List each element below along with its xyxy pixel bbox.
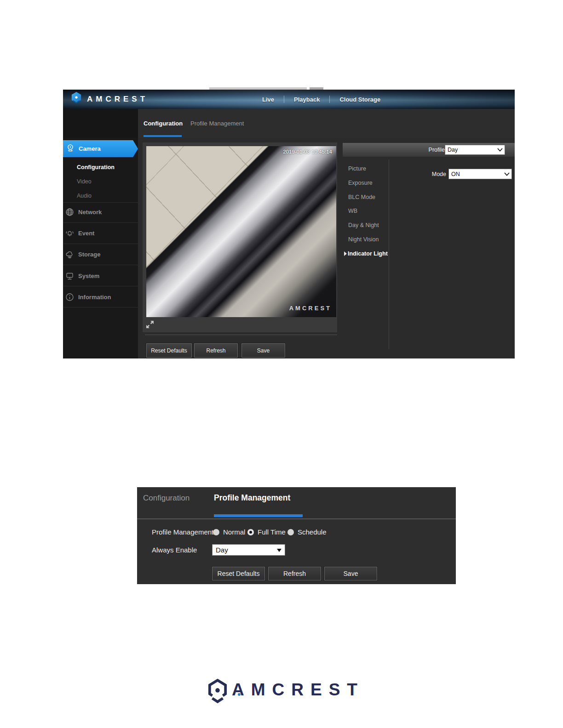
save-button[interactable]: Save <box>324 567 377 580</box>
sidebar-item-label: Event <box>78 230 94 237</box>
amcrest-hexagon-logo-icon <box>70 91 82 107</box>
sidebar: Camera Configuration Video Audio Network <box>63 138 138 358</box>
logo-accent-dot <box>238 693 241 696</box>
settings-menu-indicator-light[interactable]: Indicator Light <box>344 250 388 257</box>
nav-playback[interactable]: Playback <box>284 96 329 103</box>
system-monitor-icon <box>65 272 75 280</box>
nav-live[interactable]: Live <box>253 96 284 103</box>
sidebar-item-network[interactable]: Network <box>63 206 138 217</box>
sidebar-item-label: System <box>78 273 99 279</box>
network-globe-icon <box>65 208 75 216</box>
mode-select[interactable]: ON <box>448 169 512 179</box>
video-watermark: AMCREST <box>289 305 332 312</box>
refresh-button[interactable]: Refresh <box>194 343 238 358</box>
profile-management-screenshot: Configuration Profile Management Profile… <box>137 487 456 584</box>
camera-icon <box>66 144 75 154</box>
document-page: AMCREST Live Playback Cloud Storage Conf… <box>0 0 563 728</box>
active-tab-underline <box>214 514 303 517</box>
footer-brand: AMCREST <box>206 677 372 707</box>
reset-defaults-button[interactable]: Reset Defaults <box>146 343 192 358</box>
sidebar-item-label: Camera <box>79 145 101 152</box>
settings-menu-night-vision[interactable]: Night Vision <box>348 236 379 243</box>
tab-bar: Configuration Profile Management <box>138 109 515 138</box>
radio-schedule-label[interactable]: Schedule <box>298 528 327 536</box>
event-bell-icon <box>65 229 75 238</box>
tab-profile-management[interactable]: Profile Management <box>214 493 290 503</box>
radio-normal[interactable] <box>213 529 219 535</box>
save-button[interactable]: Save <box>241 343 285 358</box>
header-brand: AMCREST <box>70 90 148 109</box>
settings-menu-active-label: Indicator Light <box>348 250 388 257</box>
sidebar-item-system[interactable]: System <box>63 270 138 281</box>
video-content <box>146 146 336 317</box>
settings-menu-picture[interactable]: Picture <box>348 165 366 172</box>
settings-menu-wb[interactable]: WB <box>348 208 357 214</box>
refresh-button[interactable]: Refresh <box>268 567 321 580</box>
radio-full-time-label[interactable]: Full Time <box>258 528 286 536</box>
sidebar-item-event[interactable]: Event <box>63 228 138 239</box>
settings-menu-day-night[interactable]: Day & Night <box>348 222 379 228</box>
radio-normal-label[interactable]: Normal <box>223 528 245 536</box>
tab-configuration[interactable]: Configuration <box>143 494 190 503</box>
information-icon <box>65 293 75 301</box>
sidebar-item-storage[interactable]: Storage <box>63 249 138 260</box>
profile-select-value: Day <box>448 147 458 153</box>
sidebar-item-label: Storage <box>78 251 100 258</box>
reset-defaults-button[interactable]: Reset Defaults <box>212 567 265 580</box>
sidebar-subitem-audio[interactable]: Audio <box>77 193 92 199</box>
expand-arrows-icon[interactable] <box>145 319 155 331</box>
settings-menu-divider <box>389 159 389 349</box>
sidebar-item-label: Information <box>78 294 111 301</box>
settings-menu-exposure[interactable]: Exposure <box>348 180 373 186</box>
profile-select[interactable]: Day <box>445 145 505 155</box>
header-nav: Live Playback Cloud Storage <box>253 90 390 109</box>
video-timestamp: 2019-01-03 10:45:14 <box>283 149 332 154</box>
sidebar-divider <box>63 286 138 286</box>
profile-label: Profile <box>429 147 445 153</box>
sidebar-item-information[interactable]: Information <box>63 291 138 302</box>
brand-wordmark: AMCREST <box>87 95 148 104</box>
nav-cloud-storage[interactable]: Cloud Storage <box>330 96 390 103</box>
section-divider <box>145 335 337 335</box>
active-tab-underline <box>144 135 182 137</box>
tab-divider <box>137 518 456 519</box>
video-preview-panel: 2019-01-03 10:45:14 AMCREST <box>143 142 337 332</box>
active-item-arrow-icon <box>344 251 347 256</box>
profile-header-bar: Profile Day <box>343 143 515 157</box>
radio-schedule[interactable] <box>287 529 294 535</box>
tab-profile-management[interactable]: Profile Management <box>190 120 244 127</box>
radio-full-time[interactable] <box>247 529 254 535</box>
sidebar-item-camera[interactable]: Camera <box>63 140 138 157</box>
sidebar-divider <box>63 307 138 307</box>
sidebar-item-label: Network <box>78 209 102 216</box>
sidebar-subitem-video[interactable]: Video <box>77 178 92 185</box>
settings-menu-blc-mode[interactable]: BLC Mode <box>348 194 375 200</box>
always-enable-select[interactable]: Day <box>212 544 285 556</box>
brand-wordmark: AMCREST <box>232 680 364 700</box>
always-enable-label: Always Enable <box>152 546 197 554</box>
camera-config-screenshot: AMCREST Live Playback Cloud Storage Conf… <box>63 90 515 358</box>
chevron-down-icon <box>504 171 510 177</box>
mode-select-value: ON <box>451 171 460 177</box>
sidebar-divider <box>63 222 138 223</box>
sidebar-divider <box>63 202 138 203</box>
sidebar-divider <box>63 244 138 244</box>
preview-toolbar <box>143 317 337 332</box>
live-video-frame: 2019-01-03 10:45:14 AMCREST <box>146 146 336 317</box>
sidebar-subitem-configuration[interactable]: Configuration <box>77 164 115 171</box>
tab-configuration[interactable]: Configuration <box>144 120 183 127</box>
profile-management-label: Profile Management <box>152 528 213 536</box>
dropdown-arrow-icon <box>277 549 282 552</box>
amcrest-hexagon-logo-icon <box>208 678 227 706</box>
sidebar-top-spacer <box>63 109 138 138</box>
chevron-down-icon <box>497 147 503 153</box>
sidebar-divider <box>63 265 138 265</box>
mode-label: Mode <box>419 171 446 177</box>
always-enable-value: Day <box>216 546 228 554</box>
storage-cloud-icon <box>65 250 75 259</box>
